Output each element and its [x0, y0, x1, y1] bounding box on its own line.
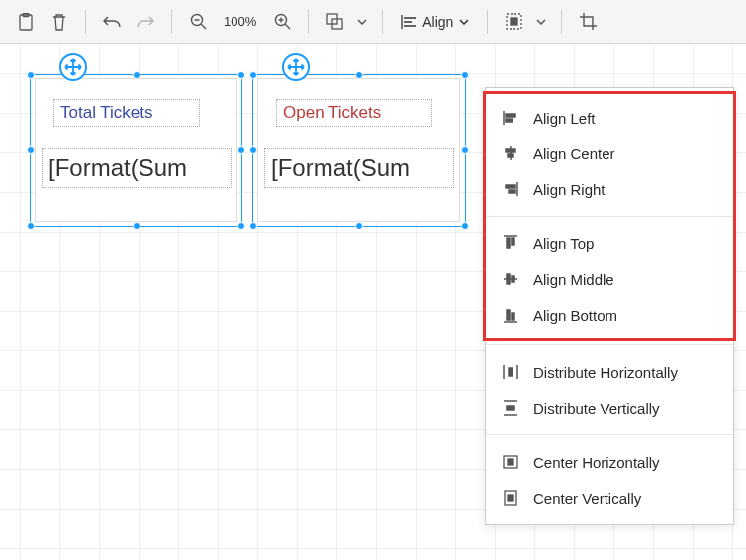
design-canvas[interactable]: Total Tickets [Format(Sum Open Tickets [… — [0, 44, 746, 560]
menu-label: Align Center — [533, 145, 615, 162]
menu-item-distribute-horizontally[interactable]: Distribute Horizontally — [486, 354, 733, 390]
chevron-down-icon — [357, 19, 367, 25]
svg-rect-9 — [506, 119, 513, 122]
resize-handle[interactable] — [461, 71, 469, 79]
resize-handle[interactable] — [237, 146, 245, 154]
menu-item-align-middle[interactable]: Align Middle — [486, 261, 733, 297]
distribute-vertical-icon — [502, 399, 519, 417]
resize-handle[interactable] — [27, 222, 35, 230]
menu-item-align-right[interactable]: Align Right — [486, 171, 733, 207]
menu-separator — [486, 216, 733, 217]
svg-rect-18 — [507, 310, 510, 320]
paste-button[interactable] — [10, 6, 42, 38]
menu-label: Center Horizontally — [533, 454, 660, 471]
copy-button[interactable] — [319, 6, 350, 38]
menu-item-align-bottom[interactable]: Align Bottom — [486, 297, 733, 332]
resize-handle[interactable] — [249, 146, 257, 154]
separator — [171, 10, 172, 34]
align-left-icon — [401, 15, 417, 29]
clipboard-icon — [18, 13, 34, 31]
crop-icon — [580, 13, 597, 30]
svg-rect-0 — [20, 15, 32, 30]
resize-handle[interactable] — [249, 222, 257, 230]
copy-dropdown[interactable] — [352, 6, 372, 38]
resize-handle[interactable] — [27, 71, 35, 79]
align-center-icon — [502, 144, 519, 162]
menu-label: Align Top — [533, 235, 594, 252]
separator — [382, 10, 383, 34]
menu-item-align-left[interactable]: Align Left — [486, 100, 733, 136]
svg-rect-14 — [507, 238, 510, 248]
select-button[interactable] — [498, 6, 529, 38]
copy-icon — [326, 13, 343, 30]
center-horizontal-icon — [502, 453, 519, 471]
move-icon — [64, 58, 82, 76]
svg-rect-12 — [506, 185, 515, 188]
separator — [85, 10, 86, 34]
field-value[interactable]: [Format(Sum — [42, 148, 232, 188]
svg-rect-17 — [512, 276, 514, 282]
undo-button[interactable] — [96, 6, 128, 38]
svg-rect-8 — [506, 114, 515, 117]
menu-item-center-vertically[interactable]: Center Vertically — [486, 480, 733, 515]
card-open-tickets[interactable]: Open Tickets [Format(Sum — [257, 78, 460, 222]
select-icon — [506, 13, 522, 30]
align-dropdown-button[interactable]: Align — [393, 6, 477, 38]
menu-item-align-center[interactable]: Align Center — [486, 136, 733, 171]
resize-handle[interactable] — [249, 71, 257, 79]
chevron-down-icon — [459, 19, 469, 25]
chevron-down-icon — [536, 19, 546, 25]
card-total-tickets[interactable]: Total Tickets [Format(Sum — [35, 78, 237, 222]
menu-separator — [486, 434, 733, 435]
zoom-level[interactable]: 100% — [216, 14, 264, 29]
svg-rect-23 — [508, 459, 513, 465]
resize-handle[interactable] — [355, 222, 363, 230]
resize-handle[interactable] — [237, 222, 245, 230]
move-handle[interactable] — [59, 53, 87, 81]
redo-button[interactable] — [130, 6, 161, 38]
svg-rect-25 — [508, 495, 513, 501]
menu-label: Distribute Vertically — [533, 400, 660, 417]
align-label: Align — [422, 14, 453, 30]
redo-icon — [137, 15, 154, 29]
field-title[interactable]: Total Tickets — [53, 99, 200, 127]
svg-rect-20 — [509, 368, 513, 376]
resize-handle[interactable] — [133, 222, 140, 230]
svg-rect-7 — [511, 18, 517, 25]
resize-handle[interactable] — [237, 71, 245, 79]
zoom-out-button[interactable] — [182, 6, 214, 38]
align-top-icon — [502, 234, 519, 252]
svg-rect-21 — [507, 406, 514, 410]
field-value[interactable]: [Format(Sum — [264, 148, 454, 188]
menu-label: Align Right — [533, 181, 606, 198]
move-icon — [287, 58, 305, 76]
menu-item-align-top[interactable]: Align Top — [486, 226, 733, 261]
menu-label: Center Vertically — [533, 490, 641, 507]
svg-rect-19 — [512, 313, 514, 320]
value-text: [Format(Sum — [48, 154, 187, 182]
toolbar: 100% Align — [0, 0, 746, 44]
center-vertical-icon — [502, 489, 519, 507]
svg-rect-13 — [509, 190, 515, 193]
trash-icon — [51, 13, 67, 31]
select-dropdown[interactable] — [531, 6, 551, 38]
title-text: Total Tickets — [60, 103, 153, 123]
resize-handle[interactable] — [461, 222, 469, 230]
value-text: [Format(Sum — [271, 154, 410, 182]
move-handle[interactable] — [282, 53, 310, 81]
highlighted-group: Align Left Align Center Align Right Alig… — [483, 91, 736, 341]
menu-label: Align Middle — [533, 271, 614, 288]
menu-item-distribute-vertically[interactable]: Distribute Vertically — [486, 390, 733, 425]
align-middle-icon — [502, 270, 519, 288]
delete-button[interactable] — [44, 6, 75, 38]
resize-handle[interactable] — [461, 146, 469, 154]
field-title[interactable]: Open Tickets — [276, 99, 432, 127]
svg-rect-16 — [507, 274, 510, 284]
menu-separator — [486, 344, 733, 345]
title-text: Open Tickets — [283, 103, 381, 123]
zoom-out-icon — [190, 13, 207, 30]
resize-handle[interactable] — [27, 146, 35, 154]
zoom-in-button[interactable] — [266, 6, 298, 38]
menu-item-center-horizontally[interactable]: Center Horizontally — [486, 444, 733, 480]
crop-button[interactable] — [572, 6, 604, 38]
